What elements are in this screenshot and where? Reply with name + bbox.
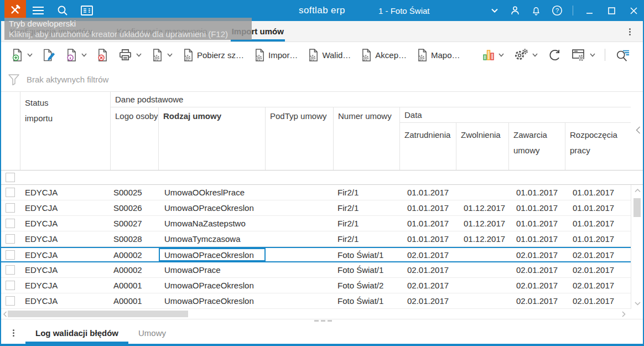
cell-data-zatrudnienia[interactable]: 02.01.2017 [400, 262, 456, 277]
scroll-right-icon[interactable] [620, 309, 627, 319]
cell-numer-umowy[interactable]: Foto Świat/2 [334, 278, 400, 293]
import-button[interactable]: Impor… [249, 45, 303, 65]
cell-data-zatrudnienia[interactable]: 02.01.2017 [400, 278, 456, 293]
settings-button[interactable] [509, 45, 543, 65]
cell-rodzaj-umowy[interactable]: UmowaOPrace [159, 262, 266, 277]
cell-podtyp-umowy[interactable] [266, 248, 334, 261]
table-row[interactable]: EDYCJA S00026 UmowaOPraceOkreslon Fir2/1… [1, 200, 631, 216]
pobierz-szablon-button[interactable]: Pobierz sz… [178, 45, 249, 65]
bell-icon[interactable] [527, 0, 546, 21]
cell-podtyp-umowy[interactable] [266, 278, 334, 293]
cell-data-zawarcia-umowy[interactable]: 02.01.2017 [509, 262, 565, 277]
table-row[interactable]: EDYCJA A00002 UmowaOPrace Foto Świat/1 0… [1, 262, 631, 278]
cell-status-importu[interactable]: EDYCJA [20, 262, 111, 277]
search-icon[interactable] [54, 0, 71, 21]
cell-logo-osoby[interactable]: A00001 [111, 278, 159, 293]
cell-data-rozpoczecia-pracy[interactable]: 01.01.2017 [565, 185, 631, 200]
cell-data-zwolnienia[interactable]: 01.12.2017 [456, 231, 509, 246]
cell-numer-umowy[interactable]: Fir2/1 [334, 216, 400, 231]
cell-data-zatrudnienia[interactable]: 01.01.2017 [400, 231, 456, 246]
filter-bar[interactable]: Brak aktywnych filtrów [1, 68, 643, 92]
cell-data-zwolnienia[interactable] [456, 262, 509, 277]
cell-podtyp-umowy[interactable] [266, 262, 334, 277]
cell-data-zawarcia-umowy[interactable]: 01.01.2017 [509, 216, 565, 231]
row-checkbox[interactable] [6, 250, 15, 260]
delete-record-button[interactable] [92, 45, 113, 65]
horizontal-scrollbar[interactable] [1, 309, 643, 319]
cell-logo-osoby[interactable]: S00028 [111, 231, 159, 246]
cell-logo-osoby[interactable]: S00027 [111, 216, 159, 231]
table-row[interactable]: EDYCJA S00027 UmowaNaZastepstwo Fir2/1 0… [1, 216, 631, 231]
horizontal-scrollbar-thumb[interactable] [8, 311, 188, 317]
cell-data-zwolnienia[interactable]: 01.12.2017 [456, 216, 509, 231]
table-row[interactable]: EDYCJA S00028 UmowaTymczasowa Fir2/1 01.… [1, 231, 631, 247]
cell-status-importu[interactable]: EDYCJA [20, 231, 111, 246]
cell-numer-umowy[interactable]: Fir2/1 [334, 200, 400, 215]
maximize-button[interactable] [602, 0, 621, 21]
cell-data-zawarcia-umowy[interactable]: 01.01.2017 [509, 231, 565, 246]
akceptacja-button[interactable]: Akcep… [356, 45, 412, 65]
minimize-button[interactable] [580, 0, 599, 21]
tab-konfiguracja-importow[interactable]: Konfiguracja importów [10, 21, 92, 42]
group-header-label[interactable]: Dane podstawowe [111, 92, 631, 107]
cell-data-zatrudnienia[interactable]: 01.01.2017 [400, 200, 456, 215]
cell-logo-osoby[interactable]: A00002 [111, 248, 159, 261]
column-header-logo-osoby[interactable]: Logo osoby [111, 107, 159, 170]
scroll-down-icon[interactable] [631, 299, 643, 308]
chart-view-button[interactable] [477, 45, 509, 65]
cell-data-zwolnienia[interactable]: 01.12.2017 [456, 200, 509, 215]
cell-data-rozpoczecia-pracy[interactable]: 01.01.2017 [565, 216, 631, 231]
row-checkbox[interactable] [6, 188, 15, 197]
cell-status-importu[interactable]: EDYCJA [20, 185, 111, 200]
cell-data-zatrudnienia[interactable]: 01.01.2017 [400, 216, 456, 231]
row-checkbox[interactable] [6, 234, 15, 244]
cell-rodzaj-umowy[interactable]: UmowaOPraceOkreslon [159, 293, 266, 308]
cell-data-zatrudnienia[interactable]: 01.01.2017 [400, 185, 456, 200]
cell-status-importu[interactable]: EDYCJA [20, 200, 111, 215]
tab-bar-menu-button[interactable] [623, 21, 636, 42]
cell-status-importu[interactable]: EDYCJA [20, 278, 111, 293]
cell-logo-osoby[interactable]: A00001 [111, 293, 159, 308]
cell-logo-osoby[interactable]: S00025 [111, 185, 159, 200]
table-row[interactable]: EDYCJA A00001 UmowaOPraceOkreslon Foto Ś… [1, 293, 631, 309]
hamburger-menu-icon[interactable] [30, 0, 46, 21]
table-row[interactable]: EDYCJA A00001 UmowaOPraceOkreslon Foto Ś… [1, 278, 631, 293]
column-header-rodzaj-umowy[interactable]: Rodzaj umowy [159, 107, 266, 170]
cell-numer-umowy[interactable]: Foto Świat/1 [334, 248, 400, 261]
cell-podtyp-umowy[interactable] [266, 185, 334, 200]
cell-numer-umowy[interactable]: Fir2/1 [334, 231, 400, 246]
company-selector[interactable]: 1 - Foto Świat [378, 0, 498, 21]
developer-mode-button[interactable] [4, 0, 26, 18]
walidacja-button[interactable]: Walid… [303, 45, 356, 65]
cell-rodzaj-umowy[interactable]: UmowaOPraceOkreslon [159, 278, 266, 293]
cell-data-zwolnienia[interactable] [456, 278, 509, 293]
tab-konfiguracja-mapowania[interactable]: Konfiguracja mapowania [116, 21, 207, 42]
tab-umowy[interactable]: Umowy [128, 322, 176, 344]
cell-rodzaj-umowy[interactable]: UmowaOOkreslPrace [159, 185, 266, 200]
newspaper-icon[interactable] [79, 0, 95, 21]
cell-podtyp-umowy[interactable] [266, 200, 334, 215]
cell-podtyp-umowy[interactable] [266, 293, 334, 308]
cell-numer-umowy[interactable]: Foto Świat/1 [334, 293, 400, 308]
cell-status-importu[interactable]: EDYCJA [20, 248, 111, 261]
row-checkbox[interactable] [6, 265, 15, 275]
cell-data-rozpoczecia-pracy[interactable]: 02.01.2017 [565, 262, 631, 277]
tab-import-umow[interactable]: Import umów [232, 21, 284, 42]
cell-logo-osoby[interactable]: S00026 [111, 200, 159, 215]
row-checkbox[interactable] [6, 281, 15, 290]
cell-data-rozpoczecia-pracy[interactable]: 02.01.2017 [565, 293, 631, 308]
cell-rodzaj-umowy[interactable]: UmowaNaZastepstwo [159, 216, 266, 231]
help-icon[interactable]: ? [548, 0, 567, 21]
cell-podtyp-umowy[interactable] [266, 231, 334, 246]
edit-record-button[interactable] [38, 45, 61, 65]
cell-rodzaj-umowy[interactable]: UmowaOPraceOkreslon [159, 248, 266, 261]
column-header-rozpoczecia-pracy[interactable]: Rozpoczęcia pracy [565, 123, 630, 170]
column-header-podtyp-umowy[interactable]: PodTyp umowy [266, 107, 334, 170]
row-checkbox[interactable] [6, 296, 15, 306]
column-header-numer-umowy[interactable]: Numer umowy [334, 107, 400, 170]
vertical-scrollbar[interactable] [631, 185, 643, 309]
cell-data-rozpoczecia-pracy[interactable]: 02.01.2017 [565, 278, 631, 293]
add-record-button[interactable] [7, 45, 38, 65]
cell-data-zawarcia-umowy[interactable]: 02.01.2017 [509, 293, 565, 308]
scroll-up-icon[interactable] [631, 186, 643, 195]
